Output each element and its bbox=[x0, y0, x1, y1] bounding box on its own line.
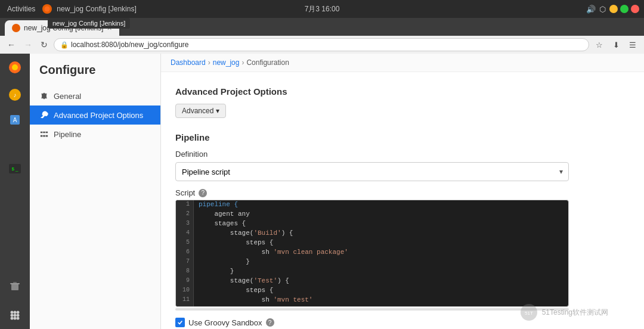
taskbar-trash[interactable] bbox=[4, 274, 26, 297]
sandbox-row: Use Groovy Sandbox ? bbox=[175, 318, 569, 327]
definition-select-wrapper: Pipeline script Pipeline script from SCM… bbox=[175, 162, 569, 181]
svg-point-2 bbox=[12, 64, 18, 70]
svg-point-14 bbox=[17, 311, 20, 314]
script-header: Script ? bbox=[175, 188, 569, 197]
firefox-mini-icon bbox=[42, 4, 52, 14]
sandbox-help-icon[interactable]: ? bbox=[266, 318, 274, 327]
code-editor[interactable]: 1 pipeline { 2 agent any 3 stages { bbox=[175, 200, 569, 307]
chevron-down-icon: ▾ bbox=[216, 107, 219, 115]
definition-select[interactable]: Pipeline script Pipeline script from SCM bbox=[175, 162, 569, 181]
code-line-9: 9 stage('Test') { bbox=[176, 277, 568, 286]
script-help-icon[interactable]: ? bbox=[199, 189, 207, 197]
pipeline-icon bbox=[39, 129, 49, 139]
bookmark-button[interactable]: ☆ bbox=[593, 38, 606, 51]
svg-rect-11 bbox=[10, 283, 20, 284]
activities-button[interactable]: Activities bbox=[5, 0, 38, 20]
code-line-6: 6 sh 'mvn clean package' bbox=[176, 248, 568, 257]
groovy-sandbox-checkbox[interactable] bbox=[175, 318, 185, 327]
advanced-toggle-button[interactable]: Advanced ▾ bbox=[175, 104, 226, 118]
breadcrumb-new-jog[interactable]: new_jog bbox=[213, 58, 240, 67]
sidebar-item-general[interactable]: General bbox=[30, 86, 160, 105]
code-line-1: 1 pipeline { bbox=[176, 200, 568, 210]
svg-text:A: A bbox=[13, 117, 17, 123]
forward-button[interactable]: → bbox=[21, 39, 35, 51]
breadcrumb-dashboard[interactable]: Dashboard bbox=[171, 58, 206, 67]
browser-chrome: new_jog Config [Jenkins] ✕ new_jog Confi… bbox=[0, 18, 644, 54]
code-line-2: 2 agent any bbox=[176, 210, 568, 219]
address-bar[interactable]: 🔒 localhost:8080/job/new_jog/configure bbox=[54, 38, 589, 51]
sidebar-item-pipeline[interactable]: Pipeline bbox=[30, 125, 160, 144]
tooltip-badge: new_jog Config [Jenkins] bbox=[48, 18, 130, 29]
minimize-button[interactable] bbox=[609, 5, 618, 13]
maximize-button[interactable] bbox=[620, 5, 628, 13]
definition-label: Definition bbox=[175, 150, 630, 159]
svg-point-17 bbox=[17, 314, 20, 317]
advanced-btn-label: Advanced bbox=[182, 107, 213, 115]
code-line-3: 3 stages { bbox=[176, 219, 568, 229]
lock-icon: 🔒 bbox=[60, 41, 69, 49]
taskbar-files[interactable]: A bbox=[4, 108, 26, 131]
watermark-text: 51Testing软件测试网 bbox=[542, 308, 608, 318]
close-button[interactable] bbox=[631, 5, 639, 13]
topbar-right: 🔊 ⬡ bbox=[586, 5, 639, 14]
svg-point-15 bbox=[11, 314, 14, 317]
reload-button[interactable]: ↻ bbox=[38, 39, 50, 51]
svg-point-18 bbox=[11, 317, 14, 320]
taskbar: ♪ A $ _ bbox=[0, 54, 30, 329]
sandbox-label: Use Groovy Sandbox bbox=[188, 318, 262, 327]
system-topbar: Activities new_jog Config [Jenkins] 7月3 … bbox=[0, 0, 644, 18]
advanced-section: Advanced Project Options Advanced ▾ bbox=[175, 82, 630, 118]
code-line-4: 4 stage('Build') { bbox=[176, 229, 568, 238]
watermark-logo: 51T bbox=[519, 303, 538, 322]
code-line-12: 12 } bbox=[176, 305, 568, 307]
browser-tabs: new_jog Config [Jenkins] ✕ new_jog Confi… bbox=[0, 18, 644, 36]
code-line-5: 5 steps { bbox=[176, 238, 568, 248]
breadcrumb-configuration: Configuration bbox=[246, 58, 289, 67]
advanced-section-heading: Advanced Project Options bbox=[175, 82, 630, 97]
topbar-left: Activities new_jog Config [Jenkins] bbox=[5, 0, 137, 20]
svg-text:$ _: $ _ bbox=[11, 166, 18, 172]
firefox-favicon bbox=[12, 24, 20, 32]
browser-nav: ← → ↻ 🔒 localhost:8080/job/new_jog/confi… bbox=[0, 36, 644, 54]
code-line-7: 7 } bbox=[176, 257, 568, 267]
wrench-icon bbox=[39, 110, 49, 120]
svg-text:♪: ♪ bbox=[14, 92, 17, 98]
sidebar-item-advanced-label: Advanced Project Options bbox=[54, 111, 143, 120]
download-button[interactable]: ⬇ bbox=[609, 38, 623, 51]
sidebar-title: Configure bbox=[30, 63, 160, 86]
taskbar-music[interactable]: ♪ bbox=[4, 83, 26, 106]
breadcrumb: Dashboard › new_jog › Configuration bbox=[161, 54, 644, 72]
main-content: Dashboard › new_jog › Configuration Adva… bbox=[161, 54, 644, 329]
tab-title[interactable]: new_jog Config [Jenkins] bbox=[57, 5, 136, 13]
pipeline-section: Pipeline Definition Pipeline script Pipe… bbox=[175, 128, 630, 329]
code-line-8: 8 } bbox=[176, 267, 568, 277]
gear-icon bbox=[39, 91, 49, 101]
back-button[interactable]: ← bbox=[5, 39, 18, 51]
taskbar-firefox[interactable] bbox=[4, 56, 26, 79]
script-section: Script ? 1 pipeline { 2 agent any bbox=[175, 188, 569, 311]
sidebar-item-general-label: General bbox=[54, 92, 81, 101]
sound-icon[interactable]: 🔊 bbox=[586, 5, 596, 14]
taskbar-apps[interactable] bbox=[4, 304, 26, 327]
code-line-11: 11 sh 'mvn test' bbox=[176, 296, 568, 305]
topbar-time: 7月3 16:00 bbox=[305, 4, 340, 14]
code-line-10: 10 steps { bbox=[176, 286, 568, 296]
sidebar-item-pipeline-label: Pipeline bbox=[54, 130, 81, 139]
pipeline-section-heading: Pipeline bbox=[175, 128, 630, 142]
scrollbar[interactable] bbox=[175, 308, 569, 311]
svg-point-0 bbox=[45, 7, 50, 12]
sidebar: Configure General Advanced Project Optio… bbox=[30, 54, 161, 329]
svg-point-20 bbox=[17, 317, 20, 320]
svg-point-19 bbox=[14, 317, 17, 320]
menu-button[interactable]: ☰ bbox=[626, 38, 639, 51]
url-text: localhost:8080/job/new_jog/configure bbox=[71, 41, 188, 49]
svg-point-16 bbox=[14, 314, 17, 317]
window-controls bbox=[609, 5, 639, 13]
network-icon[interactable]: ⬡ bbox=[599, 5, 606, 14]
main-layout: ♪ A $ _ bbox=[0, 54, 644, 329]
watermark: 51T 51Testing软件测试网 bbox=[519, 303, 608, 322]
content-inner: Advanced Project Options Advanced ▾ Pipe… bbox=[161, 72, 644, 329]
sidebar-item-advanced[interactable]: Advanced Project Options bbox=[30, 105, 160, 125]
taskbar-terminal[interactable]: $ _ bbox=[4, 157, 26, 180]
script-label: Script bbox=[175, 188, 195, 197]
